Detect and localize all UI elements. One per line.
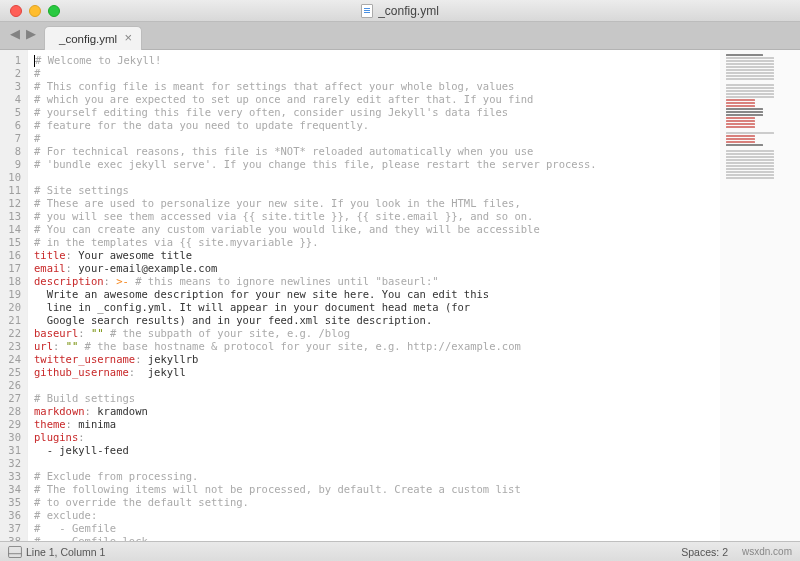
code-line[interactable]: plugins: [34,431,716,444]
code-line[interactable]: email: your-email@example.com [34,262,716,275]
minimap-line [726,57,774,59]
minimap-line [726,144,763,146]
minimap-line [726,141,755,143]
line-number: 2 [0,67,21,80]
code-line[interactable]: # 'bundle exec jekyll serve'. If you cha… [34,158,716,171]
line-number: 37 [0,522,21,535]
close-icon[interactable]: × [121,31,135,45]
code-line[interactable]: # Welcome to Jekyll! [34,54,716,67]
code-line[interactable]: # exclude: [34,509,716,522]
token-val: kramdown [97,405,148,418]
token-cmt: # Welcome to Jekyll! [35,54,161,67]
tab-bar: ◀ ▶ _config.yml × [0,22,800,50]
token-key: description [34,275,104,288]
code-line[interactable]: # The following items will not be proces… [34,483,716,496]
code-line[interactable]: title: Your awesome title [34,249,716,262]
code-line[interactable]: # - Gemfile [34,522,716,535]
status-indent-setting[interactable]: Spaces: 2 [681,546,728,558]
code-line[interactable]: # Exclude from processing. [34,470,716,483]
token-key: url [34,340,53,353]
token-op: : [104,275,117,288]
code-line[interactable]: # These are used to personalize your new… [34,197,716,210]
token-val: your-email@example.com [78,262,217,275]
code-line[interactable]: # For technical reasons, this file is *N… [34,145,716,158]
code-line[interactable]: Write an awesome description for your ne… [34,288,716,301]
code-area[interactable]: # Welcome to Jekyll!## This config file … [28,50,720,541]
code-line[interactable]: # which you are expected to set up once … [34,93,716,106]
token-cmt: # feature for the data you need to updat… [34,119,369,132]
code-line[interactable] [34,379,716,392]
code-line[interactable]: theme: minima [34,418,716,431]
minimap-line [726,114,763,116]
code-line[interactable]: line in _config.yml. It will appear in y… [34,301,716,314]
token-op: : [66,262,79,275]
token-op: : [78,431,84,444]
token-cmt: # which you are expected to set up once … [34,93,533,106]
code-line[interactable]: Google search results) and in your feed.… [34,314,716,327]
code-line[interactable]: # in the templates via {{ site.myvariabl… [34,236,716,249]
code-line[interactable]: - jekyll-feed [34,444,716,457]
minimap-line [726,177,774,179]
document-icon [361,4,373,18]
code-line[interactable]: # You can create any custom variable you… [34,223,716,236]
code-line[interactable]: # you will see them accessed via {{ site… [34,210,716,223]
editor: 1234567891011121314151617181920212223242… [0,50,800,541]
token-cmt: # [34,67,40,80]
code-line[interactable]: # This config file is meant for settings… [34,80,716,93]
status-bar: Line 1, Column 1 Spaces: 2 wsxdn.com [0,541,800,561]
minimap-line [726,75,774,77]
code-line[interactable]: # to override the default setting. [34,496,716,509]
token-op: : [78,327,91,340]
minimap-line [726,120,755,122]
code-line[interactable]: # yourself editing this file very often,… [34,106,716,119]
code-line[interactable]: url: "" # the base hostname & protocol f… [34,340,716,353]
token-cmt: # you will see them accessed via {{ site… [34,210,533,223]
nav-forward-icon[interactable]: ▶ [24,27,38,41]
code-line[interactable]: github_username: jekyll [34,366,716,379]
token-key: twitter_username [34,353,135,366]
line-number: 9 [0,158,21,171]
code-line[interactable]: # Site settings [34,184,716,197]
code-line[interactable]: markdown: kramdown [34,405,716,418]
code-line[interactable]: # Build settings [34,392,716,405]
tab-config-yml[interactable]: _config.yml × [44,26,142,50]
code-line[interactable]: # - Gemfile.lock [34,535,716,541]
code-line[interactable]: baseurl: "" # the subpath of your site, … [34,327,716,340]
code-line[interactable]: twitter_username: jekyllrb [34,353,716,366]
minimap-line [726,150,774,152]
window-title-group: _config.yml [361,4,439,18]
minimap-line [726,78,774,80]
token-cmt: # the base hostname & protocol for your … [85,340,521,353]
line-number: 34 [0,483,21,496]
line-number: 7 [0,132,21,145]
code-line[interactable] [34,171,716,184]
line-number: 18 [0,275,21,288]
token-op: : [135,353,148,366]
line-number-gutter: 1234567891011121314151617181920212223242… [0,50,28,541]
token-val: line in _config.yml. It will appear in y… [34,301,470,314]
window-titlebar: _config.yml [0,0,800,22]
line-number: 1 [0,54,21,67]
watermark: wsxdn.com [742,546,792,557]
token-key: title [34,249,66,262]
zoom-window-button[interactable] [48,5,60,17]
token-key: github_username [34,366,129,379]
token-key: baseurl [34,327,78,340]
code-line[interactable]: # feature for the data you need to updat… [34,119,716,132]
code-line[interactable] [34,457,716,470]
minimize-window-button[interactable] [29,5,41,17]
code-line[interactable]: # [34,132,716,145]
minimap[interactable] [720,50,800,541]
panel-toggle-icon[interactable] [8,546,22,558]
token-op: : [66,418,79,431]
minimap-line [726,159,774,161]
minimap-line [726,153,774,155]
code-line[interactable]: description: >- # this means to ignore n… [34,275,716,288]
code-line[interactable]: # [34,67,716,80]
minimap-line [726,111,763,113]
nav-back-icon[interactable]: ◀ [8,27,22,41]
line-number: 4 [0,93,21,106]
close-window-button[interactable] [10,5,22,17]
status-cursor-position[interactable]: Line 1, Column 1 [26,546,105,558]
line-number: 26 [0,379,21,392]
